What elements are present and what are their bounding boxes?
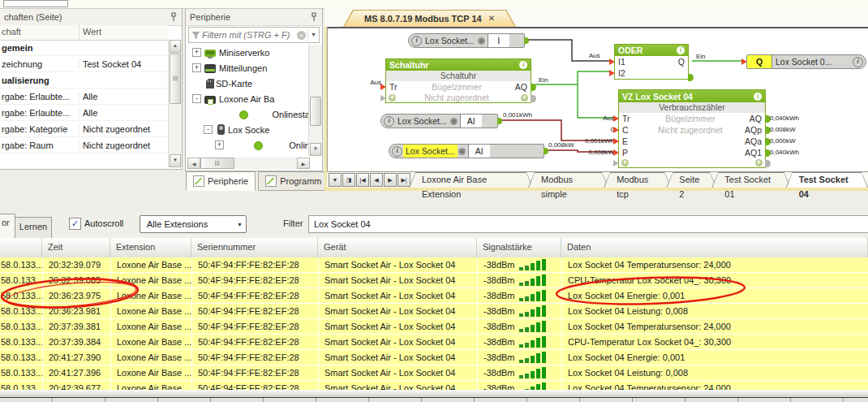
add-input-icon[interactable]: + — [389, 94, 396, 102]
dock-tab[interactable]: Peripherie — [186, 171, 256, 191]
scroll-right-button[interactable]: ▶ — [297, 158, 310, 169]
periphery-scrollbar[interactable]: ▼ — [308, 45, 322, 156]
schaltuhr-block[interactable]: Schaltuhr i Schaltuhr Tr Bügelzimmer AQ … — [385, 58, 531, 103]
info-icon[interactable]: i — [411, 36, 422, 46]
tree-expander[interactable]: + — [192, 63, 201, 72]
scroll-left-button[interactable]: ◀ — [187, 158, 200, 169]
property-row[interactable]: zeichnung Test Socket 04 — [0, 56, 169, 72]
page-nav-button[interactable]: ◀ — [370, 173, 383, 187]
property-row[interactable]: ualisierung — [0, 72, 169, 89]
periphery-filter-box[interactable]: × ▼ — [188, 27, 320, 43]
dock-tab[interactable]: Programm — [258, 171, 329, 191]
column-header[interactable]: Signalstärke — [477, 238, 561, 257]
column-header[interactable]: Zeit — [42, 238, 110, 257]
periphery-hscrollbar[interactable]: ◀ ▶ — [187, 158, 310, 169]
log-row[interactable]: 58.0.133... 20:37:39.381 Loxone Air Base… — [0, 319, 868, 335]
sensor-block-energy[interactable]: i Lox Socket... AI — [380, 114, 498, 128]
page-tab[interactable]: Modbus tcp — [604, 172, 671, 188]
filter-dropdown-icon[interactable]: ▼ — [307, 28, 319, 41]
property-row[interactable]: rgabe: Erlaubte... Alle — [0, 89, 169, 105]
scrollbar-thumb[interactable] — [200, 158, 234, 169]
info-icon[interactable]: i — [853, 57, 863, 67]
log-row[interactable]: 58.0.133... 20:36:23.981 Loxone Air Base… — [0, 304, 868, 319]
info-icon[interactable]: i — [384, 116, 394, 127]
tree-item[interactable]: + Mitteilungen — [187, 60, 310, 76]
property-value[interactable]: Alle — [79, 92, 169, 102]
tree-item[interactable]: CPU- — [187, 153, 310, 156]
scrollbar-thumb[interactable] — [310, 97, 321, 126]
info-icon[interactable]: i — [519, 61, 527, 69]
cell-geraet: Smart Socket Air - Lox Socket 04 — [318, 273, 477, 287]
filter-input[interactable] — [308, 215, 868, 233]
tree-expander[interactable]: - — [204, 125, 213, 134]
column-header[interactable]: Extension — [110, 238, 191, 257]
page-nav-button[interactable]: |◀ — [356, 173, 369, 187]
sensor-block-power[interactable]: i Lox Socket... AI — [389, 144, 544, 158]
log-row[interactable]: 58.0.133... 20:32:39.085 Loxone Air Base… — [0, 273, 868, 288]
extensions-dropdown[interactable]: Alle Extensions ▼ — [140, 215, 247, 233]
page-tab[interactable]: Loxone Air Base Extension — [409, 172, 533, 188]
tree-item[interactable]: - Loxone Air Ba — [187, 91, 310, 106]
properties-scrollbar[interactable]: ▲ ▼ — [168, 40, 182, 167]
tree-item[interactable]: + Onlin — [187, 137, 310, 153]
property-value[interactable]: Nicht zugeordnet — [79, 140, 169, 150]
page-nav-button[interactable]: ▼ — [329, 173, 342, 187]
oder-block[interactable]: ODER i I1 Q I2 — [614, 44, 689, 80]
add-input-icon[interactable]: + — [621, 159, 629, 166]
tree-item[interactable]: + Miniserverko — [187, 45, 310, 60]
info-icon[interactable]: i — [677, 46, 685, 54]
tree-expander[interactable]: + — [215, 140, 224, 149]
autoscroll-checkbox[interactable]: ✓ — [69, 218, 81, 230]
property-row[interactable]: gemein — [0, 40, 169, 56]
scrollbar-thumb[interactable] — [170, 54, 181, 104]
property-column-header[interactable]: chaft — [0, 25, 79, 40]
property-row[interactable]: rgabe: Erlaubte... Alle — [0, 105, 169, 121]
verbrauchszaehler-block[interactable]: VZ Lox Socket 04 i Verbrauchszähler Aus … — [618, 89, 766, 168]
log-row[interactable]: 58.0.133... 20:36:23.975 Loxone Air Base… — [0, 288, 868, 304]
clear-filter-icon[interactable]: × — [297, 31, 306, 40]
page-tab[interactable]: Modbus simple — [528, 172, 608, 188]
pin-icon[interactable] — [310, 12, 318, 22]
tree-item[interactable]: Onlinesta — [187, 106, 310, 122]
property-row[interactable]: rgabe: Kategorie Nicht zugeordnet — [0, 121, 169, 137]
column-header[interactable]: Seriennummer — [191, 238, 318, 257]
actuator-block[interactable]: Q Lox Socket 0... i — [746, 54, 866, 69]
property-value[interactable]: Nicht zugeordnet — [79, 124, 169, 134]
canvas-viewport[interactable]: i Lox Socket... I Schaltuhr i Schaltuhr … — [327, 27, 868, 172]
close-icon[interactable]: ✕ — [488, 14, 495, 23]
property-value[interactable]: Test Socket 04 — [79, 59, 169, 69]
value-column-header[interactable]: Wert — [79, 25, 169, 40]
sensor-block-digital[interactable]: i Lox Socket... I — [408, 33, 525, 48]
loxone-config-window: chaften (Seite) chaft Wert gemein zeichn… — [0, 0, 868, 402]
page-nav-button[interactable]: ▶ — [384, 173, 397, 187]
log-row[interactable]: 58.0.133... 20:32:39.079 Loxone Air Base… — [0, 257, 868, 273]
periphery-filter-input[interactable] — [200, 30, 297, 40]
document-tab[interactable]: MS 8.0.7.19 Modbus TCP 14 ✕ — [343, 10, 516, 27]
page-tab[interactable]: Seite 2 — [666, 172, 716, 188]
scroll-down-button[interactable]: ▼ — [310, 143, 321, 156]
page-nav-button[interactable]: ◨ — [342, 173, 355, 187]
add-output-icon[interactable]: + — [755, 159, 763, 166]
property-row[interactable]: rgabe: Raum Nicht zugeordnet — [0, 137, 169, 153]
property-value[interactable]: Alle — [79, 108, 169, 118]
pin-icon[interactable] — [170, 12, 178, 22]
scroll-up-button[interactable]: ▲ — [170, 40, 181, 53]
column-header[interactable]: Gerät — [318, 238, 477, 257]
column-header[interactable] — [0, 238, 42, 257]
log-row[interactable]: 58.0.133... 20:37:39.384 Loxone Air Base… — [0, 335, 868, 350]
log-row[interactable]: 58.0.133... 20:41:27.390 Loxone Air Base… — [0, 350, 868, 365]
page-tab[interactable]: Test Socket 04 — [786, 172, 868, 188]
tree-expander[interactable]: + — [192, 48, 201, 57]
info-icon[interactable]: i — [392, 146, 402, 157]
tree-expander[interactable]: - — [192, 94, 201, 103]
scroll-down-button[interactable]: ▼ — [170, 154, 181, 167]
add-output-icon[interactable]: + — [521, 94, 528, 102]
page-tab[interactable]: Test Socket 01 — [711, 172, 790, 188]
page-tabs: Loxone Air Base Extension Modbus simple … — [414, 172, 868, 188]
log-row[interactable]: 58.0.133... 20:41:27.396 Loxone Air Base… — [0, 365, 868, 381]
page-pencil-icon — [265, 175, 277, 187]
column-header[interactable]: Daten — [561, 238, 868, 257]
info-icon[interactable]: i — [754, 93, 762, 101]
tree-item[interactable]: - Lox Socke — [187, 122, 310, 137]
tree-item[interactable]: SD-Karte — [187, 76, 310, 91]
